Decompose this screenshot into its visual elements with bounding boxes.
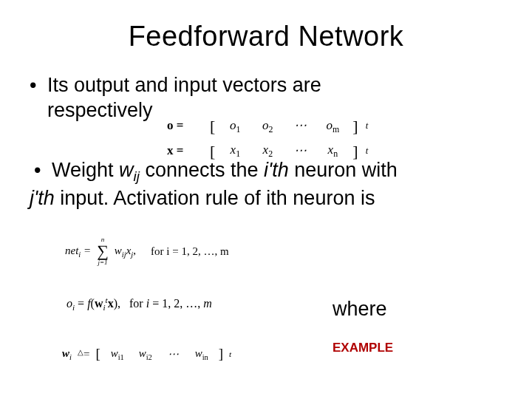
sigma-icon: n ∑ j=1 xyxy=(97,236,109,266)
slide-title: Feedforward Network xyxy=(30,21,502,52)
bullet1-line1: Its output and input vectors are xyxy=(47,74,321,96)
equation-net: neti = n ∑ j=1 wijxj, for i = 1, 2, …, m xyxy=(65,236,229,266)
bullet-dot-icon: • xyxy=(30,73,47,98)
bullet-weight-rule: •Weight wij connects the i'th neuron wit… xyxy=(30,157,502,212)
where-label: where xyxy=(332,298,387,321)
slide: Feedforward Network •Its output and inpu… xyxy=(0,0,532,399)
example-link[interactable]: EXAMPLE xyxy=(332,341,393,355)
equation-weight-vector: wi △= [ wi1 wi2 ⋯ win ]t xyxy=(62,346,231,362)
equation-output-activation: oi = f(witx), for i = 1, 2, …, m xyxy=(66,296,212,313)
bullet-dot-icon: • xyxy=(30,157,52,183)
bullet1-line2: respectively xyxy=(47,99,153,121)
equation-output-input-vectors: o = [ o1 o2 ⋯ om ]t x = [ x1 x2 ⋯ xn ]t xyxy=(167,115,368,162)
